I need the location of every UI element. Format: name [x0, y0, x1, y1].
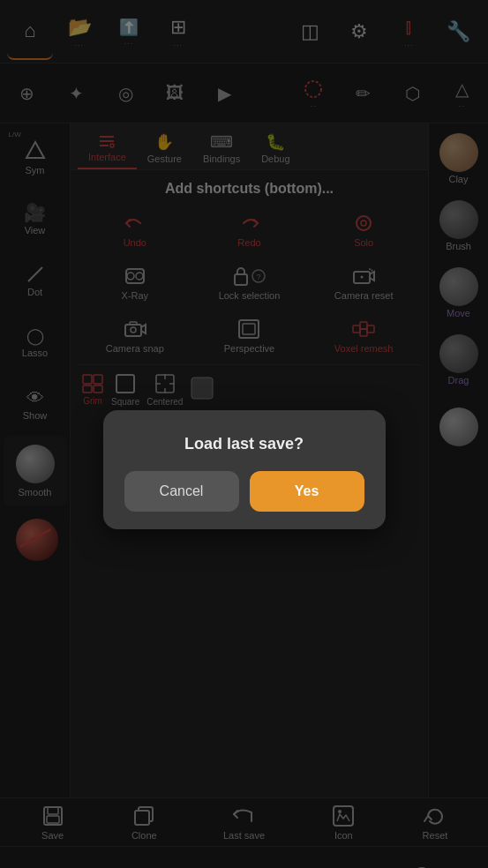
cancel-button[interactable]: Cancel — [124, 471, 239, 512]
yes-button[interactable]: Yes — [250, 471, 364, 512]
dialog-buttons: Cancel Yes — [124, 471, 364, 512]
dialog-title: Load last save? — [184, 435, 304, 453]
load-save-dialog: Load last save? Cancel Yes — [103, 410, 386, 529]
dialog-overlay: Load last save? Cancel Yes — [0, 0, 488, 868]
